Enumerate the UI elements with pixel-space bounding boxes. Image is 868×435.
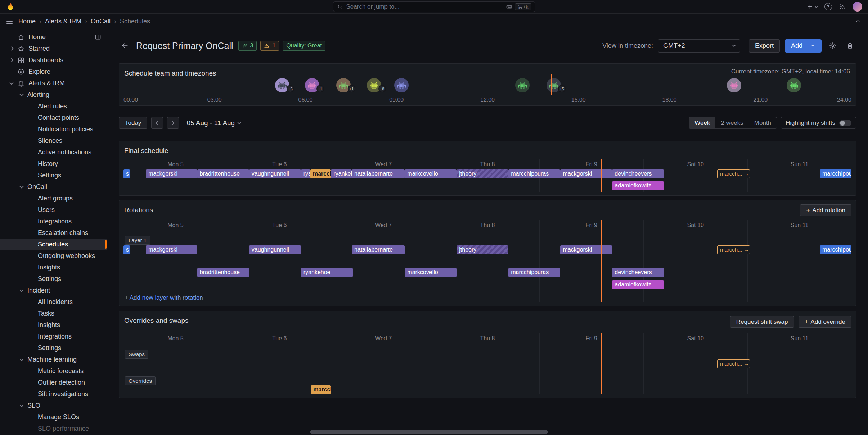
shift-bar-marcchipoura[interactable]: marcchipoura bbox=[820, 245, 851, 254]
sidebar-item-integrations[interactable]: Integrations bbox=[0, 216, 107, 227]
shift-bar-jtheory[interactable]: jtheory bbox=[457, 169, 508, 178]
delete-trash-icon[interactable] bbox=[844, 40, 856, 52]
shift-bar-marcchip[interactable]: marcchip bbox=[311, 385, 331, 394]
shift-bar-nataliabernarte[interactable]: nataliabernarte bbox=[352, 169, 405, 178]
sidebar-item-settings[interactable]: Settings bbox=[0, 342, 107, 354]
breadcrumb-oncall[interactable]: OnCall bbox=[91, 18, 111, 25]
view-option-month[interactable]: Month bbox=[749, 117, 777, 128]
sidebar-item-schedules[interactable]: Schedules bbox=[0, 239, 107, 250]
sidebar-item-metric-forecasts[interactable]: Metric forecasts bbox=[0, 365, 107, 377]
shift-bar-bradrittenhouse[interactable]: bradrittenhouse bbox=[197, 169, 249, 178]
shift-bar-markcovello[interactable]: markcovello bbox=[405, 268, 457, 277]
sidebar-item-explore[interactable]: Explore bbox=[0, 66, 107, 77]
shift-bar-mackgorski[interactable]: mackgorski bbox=[146, 245, 197, 254]
shift-bar-adamlefkowitz[interactable]: adamlefkowitz bbox=[612, 181, 664, 190]
shift-bar-marcchipoura[interactable]: marcchipoura bbox=[820, 169, 851, 178]
highlight-toggle[interactable] bbox=[839, 120, 851, 126]
menu-toggle-icon[interactable] bbox=[6, 19, 13, 24]
add-rotation-button[interactable]: + Add rotation bbox=[800, 204, 851, 216]
shift-bar-marcchipouras[interactable]: marcchipouras bbox=[508, 268, 560, 277]
shift-bar-mackgorski[interactable]: mackgorski bbox=[146, 169, 197, 178]
help-icon[interactable]: ? bbox=[824, 3, 832, 10]
sidebar-item-alert-groups[interactable]: Alert groups bbox=[0, 192, 107, 204]
sidebar-item-settings[interactable]: Settings bbox=[0, 273, 107, 285]
shift-bar-marcchip[interactable]: marcchip bbox=[310, 169, 331, 178]
sidebar-item-oncall[interactable]: OnCall bbox=[0, 181, 107, 192]
sidebar-item-sift-investigations[interactable]: Sift investigations bbox=[0, 388, 107, 400]
shift-bar-bradrittenhouse[interactable]: bradrittenhouse bbox=[197, 268, 249, 277]
shift-bar-mackgorski[interactable]: mackgorski bbox=[560, 245, 612, 254]
new-menu-button[interactable] bbox=[806, 3, 818, 10]
shift-bar-ryankeho[interactable]: ryankeho bbox=[331, 169, 352, 178]
sidebar-item-alert-rules[interactable]: Alert rules bbox=[0, 100, 107, 112]
shift-bar-adamlefkowitz[interactable]: adamlefkowitz bbox=[612, 280, 664, 289]
sidebar-item-alerts-irm[interactable]: Alerts & IRM bbox=[0, 77, 107, 89]
sidebar-item-starred[interactable]: Starred bbox=[0, 43, 107, 54]
sidebar-item-incident[interactable]: Incident bbox=[0, 285, 107, 296]
sidebar-item-notification-policies[interactable]: Notification policies bbox=[0, 123, 107, 135]
back-button[interactable] bbox=[119, 40, 131, 52]
settings-gear-icon[interactable] bbox=[827, 40, 839, 52]
sidebar-item-slo-performance[interactable]: SLO performance bbox=[0, 423, 107, 434]
timezone-select[interactable]: GMT+2 bbox=[658, 39, 740, 53]
sidebar-item-manage-slos[interactable]: Manage SLOs bbox=[0, 411, 107, 423]
shift-bar-vaughngunnell[interactable]: vaughngunnell bbox=[249, 169, 301, 178]
shift-swap-badge-marcch[interactable]: marcch... → ? bbox=[717, 169, 750, 178]
sidebar-item-settings[interactable]: Settings bbox=[0, 169, 107, 181]
view-option-week[interactable]: Week bbox=[689, 117, 715, 128]
sidebar-item-insights[interactable]: Insights bbox=[0, 262, 107, 273]
shift-swap-badge-marcch[interactable]: marcch... → ? bbox=[717, 359, 750, 368]
sidebar-item-home[interactable]: Home bbox=[0, 31, 107, 43]
add-layer-link[interactable]: + Add new layer with rotation bbox=[125, 294, 203, 302]
shift-bar-ryankehoe[interactable]: ryankehoe bbox=[301, 268, 353, 277]
shift-bar-devincheevers[interactable]: devincheevers bbox=[612, 169, 664, 178]
chevron-up-icon[interactable] bbox=[854, 18, 862, 25]
sidebar-item-tasks[interactable]: Tasks bbox=[0, 308, 107, 319]
search-input[interactable]: Search or jump to... ⌘+k bbox=[333, 1, 535, 12]
grafana-logo[interactable] bbox=[6, 2, 15, 11]
breadcrumb-home[interactable]: Home bbox=[18, 18, 36, 25]
shift-bar-devincheevers[interactable]: devincheevers bbox=[612, 268, 664, 277]
sidebar-item-contact-points[interactable]: Contact points bbox=[0, 112, 107, 123]
shift-swap-badge-marcch[interactable]: marcch... → ? bbox=[717, 245, 750, 254]
dock-menu-icon[interactable] bbox=[94, 33, 102, 41]
breadcrumb-alerts-irm[interactable]: Alerts & IRM bbox=[45, 18, 81, 25]
sidebar-item-outgoing-webhooks[interactable]: Outgoing webhooks bbox=[0, 250, 107, 262]
date-range[interactable]: 05 Aug - 11 Aug bbox=[186, 119, 240, 127]
shift-bar-s[interactable]: s bbox=[123, 245, 130, 254]
sidebar-item-active-notifications[interactable]: Active notifications bbox=[0, 146, 107, 158]
sidebar-item-users[interactable]: Users bbox=[0, 204, 107, 216]
shift-bar-jtheory[interactable]: jtheory bbox=[457, 245, 508, 254]
news-rss-icon[interactable] bbox=[839, 3, 846, 10]
today-button[interactable]: Today bbox=[119, 117, 147, 129]
sidebar-item-insights[interactable]: Insights bbox=[0, 319, 107, 331]
sidebar-item-outlier-detection[interactable]: Outlier detection bbox=[0, 377, 107, 388]
export-button[interactable]: Export bbox=[749, 39, 780, 53]
sidebar-item-integrations[interactable]: Integrations bbox=[0, 331, 107, 342]
add-button[interactable]: Add bbox=[785, 39, 822, 53]
shift-bar-markcovello[interactable]: markcovello bbox=[405, 169, 457, 178]
next-week-button[interactable] bbox=[167, 117, 179, 129]
sidebar-item-escalation-chains[interactable]: Escalation chains bbox=[0, 227, 107, 239]
final-schedule-panel: Final schedule Mon 5Tue 6Wed 7Thu 8Fri 9… bbox=[119, 141, 856, 196]
shift-bar-rya[interactable]: rya bbox=[301, 169, 310, 178]
shift-bar-s[interactable]: s bbox=[123, 169, 130, 178]
shift-bar-marcchipouras[interactable]: marcchipouras bbox=[508, 169, 560, 178]
shift-bar-mackgorski[interactable]: mackgorski bbox=[560, 169, 612, 178]
request-shift-swap-button[interactable]: Request shift swap bbox=[730, 316, 794, 328]
schedule-row: marcch... → ? bbox=[123, 359, 851, 368]
sidebar-item-slo[interactable]: SLO bbox=[0, 400, 107, 411]
add-override-button[interactable]: + Add override bbox=[799, 316, 852, 328]
sidebar-item-silences[interactable]: Silences bbox=[0, 135, 107, 146]
sidebar-item-machine-learning[interactable]: Machine learning bbox=[0, 354, 107, 365]
shift-bar-nataliabernarte[interactable]: nataliabernarte bbox=[352, 245, 405, 254]
sidebar-item-alerting[interactable]: Alerting bbox=[0, 89, 107, 100]
sidebar-item-dashboards[interactable]: Dashboards bbox=[0, 54, 107, 66]
user-avatar[interactable] bbox=[853, 2, 862, 12]
sidebar-item-all-incidents[interactable]: All Incidents bbox=[0, 296, 107, 308]
shift-bar-vaughngunnell[interactable]: vaughngunnell bbox=[249, 245, 301, 254]
sidebar-item-history[interactable]: History bbox=[0, 158, 107, 169]
horizontal-scrollbar[interactable] bbox=[310, 430, 548, 434]
view-option-2-weeks[interactable]: 2 weeks bbox=[715, 117, 748, 128]
prev-week-button[interactable] bbox=[151, 117, 163, 129]
